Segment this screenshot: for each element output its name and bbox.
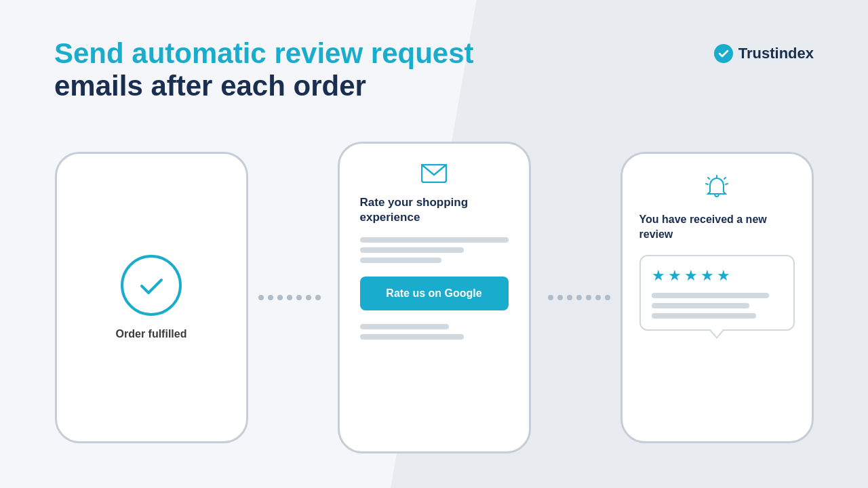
- star-4: ★: [701, 267, 714, 285]
- main-content: Send automatic review request emails aft…: [0, 0, 868, 488]
- dot: [567, 295, 572, 300]
- dot: [306, 295, 311, 300]
- header: Send automatic review request emails aft…: [0, 0, 868, 103]
- dot: [315, 295, 321, 300]
- phone-email-review: Rate your shopping experience Rate us on…: [338, 142, 531, 453]
- text-line: [360, 334, 464, 340]
- dots-connector-1: [248, 295, 331, 300]
- dot: [277, 295, 283, 300]
- phones-container: Order fulfilled Rate your shopping exper…: [0, 103, 868, 466]
- dot: [268, 295, 273, 300]
- dot: [557, 295, 563, 300]
- headline-line2: emails after each order: [54, 70, 474, 102]
- star-1: ★: [652, 267, 665, 285]
- svg-line-5: [726, 184, 728, 184]
- dots-connector-2: [538, 295, 620, 300]
- bell-icon-wrapper: [703, 174, 730, 204]
- order-check-circle: [121, 255, 182, 316]
- text-line: [360, 258, 441, 263]
- dot: [595, 295, 601, 300]
- dot: [586, 295, 591, 300]
- review-bubble: ★ ★ ★ ★ ★: [639, 255, 795, 331]
- phone-order-fulfilled: Order fulfilled: [55, 152, 248, 443]
- svg-line-4: [706, 184, 708, 184]
- dot: [576, 295, 582, 300]
- dot: [296, 295, 302, 300]
- svg-line-3: [724, 178, 726, 179]
- star-5: ★: [717, 267, 730, 285]
- new-review-title: You have received a new review: [639, 212, 795, 243]
- review-line: [652, 293, 770, 298]
- headline: Send automatic review request emails aft…: [54, 37, 474, 103]
- dot: [258, 295, 264, 300]
- svg-line-2: [708, 178, 709, 179]
- check-mark-icon: [718, 48, 729, 59]
- bell-icon: [703, 174, 730, 201]
- phone-new-review: You have received a new review ★ ★ ★ ★ ★: [620, 152, 814, 443]
- text-line: [360, 237, 509, 243]
- stars-row: ★ ★ ★ ★ ★: [652, 267, 783, 285]
- star-3: ★: [684, 267, 698, 285]
- dot: [548, 295, 553, 300]
- text-lines-bottom: [360, 324, 509, 340]
- rate-google-button[interactable]: Rate us on Google: [360, 277, 509, 310]
- order-check-icon: [136, 270, 167, 301]
- trustindex-check-icon: [714, 44, 733, 63]
- trustindex-name: Trustindex: [738, 45, 814, 62]
- text-line: [360, 247, 464, 253]
- review-line: [652, 303, 750, 308]
- dot: [287, 295, 292, 300]
- star-2: ★: [668, 267, 682, 285]
- headline-line1: Send automatic review request: [54, 37, 474, 70]
- email-icon: [421, 164, 447, 183]
- email-icon-wrapper: [421, 164, 447, 186]
- email-title: Rate your shopping experience: [360, 195, 509, 225]
- dot: [605, 295, 610, 300]
- order-fulfilled-label: Order fulfilled: [116, 328, 187, 340]
- review-line: [652, 313, 756, 319]
- trustindex-logo: Trustindex: [714, 44, 814, 63]
- text-line: [360, 324, 449, 329]
- text-lines-top: [360, 237, 509, 263]
- review-text-lines: [652, 293, 783, 319]
